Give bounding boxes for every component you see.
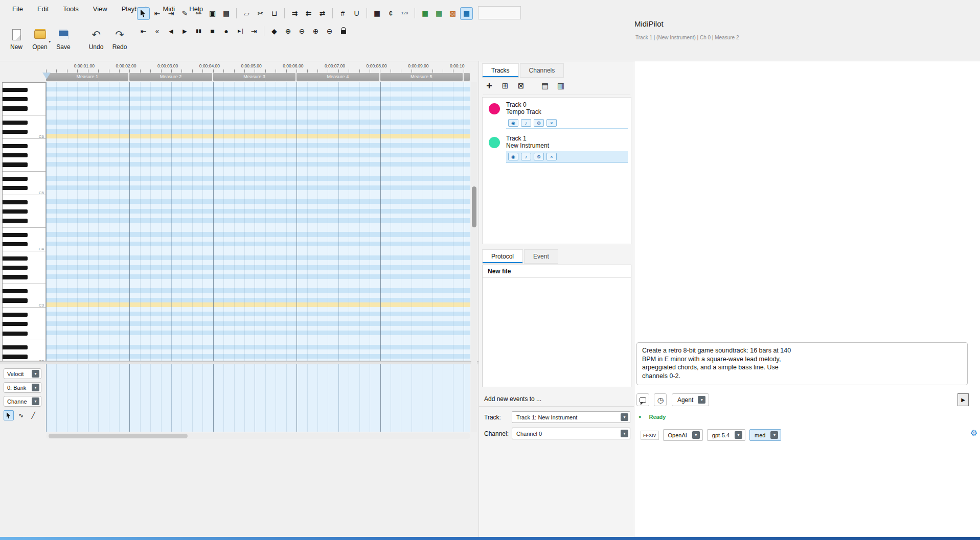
black-key[interactable] (3, 130, 28, 134)
black-key[interactable] (3, 162, 28, 167)
piano-key[interactable] (3, 336, 45, 340)
piano-key[interactable] (3, 270, 45, 275)
zoom-out-button[interactable]: ⊖ (295, 25, 308, 38)
glue-tool[interactable]: ⊔ (268, 7, 281, 20)
channel-select[interactable]: Channel 0 ▾ (512, 428, 630, 439)
piano-key[interactable] (3, 298, 45, 303)
black-key[interactable] (3, 322, 28, 326)
marker-start-tool[interactable]: ⇤ (151, 7, 164, 20)
copy-tool[interactable]: ▣ (206, 7, 219, 20)
event-list-view-button[interactable]: ▦ (419, 7, 431, 20)
piano-key[interactable] (3, 83, 45, 87)
step-forward-button[interactable]: ►| (234, 25, 246, 38)
piano-key[interactable] (3, 209, 45, 214)
black-key[interactable] (3, 177, 28, 181)
black-key[interactable] (3, 256, 28, 261)
lane-select-tool[interactable] (4, 410, 14, 420)
step-back-button[interactable]: ◄ (165, 25, 177, 38)
add-track-button[interactable]: + (483, 80, 495, 92)
add-instrument-track-button[interactable]: ⊞ (499, 80, 511, 92)
menu-tools[interactable]: Tools (56, 3, 85, 15)
menu-view[interactable]: View (86, 3, 115, 15)
piano-key[interactable] (3, 223, 45, 228)
open-dropdown-arrow-icon[interactable]: ▾ (49, 40, 51, 44)
piano-key[interactable] (3, 106, 45, 111)
delete-track-button[interactable]: × (546, 119, 557, 127)
mixer-view-button[interactable]: ▤ (432, 7, 445, 20)
note-grid[interactable] (46, 82, 470, 361)
piano-key[interactable] (3, 251, 45, 256)
piano-key[interactable] (3, 266, 45, 270)
zoom-out-v-button[interactable]: ⊖ (323, 25, 336, 38)
model-select[interactable]: gpt-5.4 ▾ (707, 429, 745, 441)
remove-track-button[interactable]: ⊠ (515, 80, 527, 92)
audible-button[interactable]: ♪ (521, 119, 531, 127)
black-key[interactable] (3, 97, 28, 101)
new-button[interactable]: New (5, 20, 28, 58)
piano-key[interactable] (3, 115, 45, 120)
h-scroll-thumb[interactable] (49, 434, 188, 438)
track-color-dot[interactable] (489, 137, 500, 148)
stretch-tool[interactable]: ⇄ (316, 7, 329, 20)
black-key[interactable] (3, 209, 28, 214)
black-key[interactable] (3, 121, 28, 125)
piano-key[interactable] (3, 195, 45, 200)
piano-key[interactable] (3, 214, 45, 219)
history-button[interactable]: ◷ (654, 393, 667, 406)
piano-key[interactable] (3, 97, 45, 102)
play-button[interactable]: ► (178, 25, 191, 38)
pencil-tool[interactable]: ✎ (178, 7, 191, 20)
zoom-in-button[interactable]: ⊕ (282, 25, 294, 38)
piano-key[interactable] (3, 279, 45, 284)
prev-marker-button[interactable]: « (151, 25, 164, 38)
piano-key[interactable] (3, 284, 45, 289)
select-tool[interactable] (137, 7, 150, 20)
piano-key[interactable] (3, 294, 45, 298)
tab-tracks[interactable]: Tracks (482, 63, 519, 78)
pause-button[interactable]: ▮▮ (192, 25, 205, 38)
instrument-list-button[interactable]: ▤ (539, 80, 551, 92)
piano-key[interactable] (3, 153, 45, 158)
measure-bar[interactable]: Measure 1Measure 2Measure 3Measure 4Meas… (46, 73, 470, 81)
provider-select[interactable]: OpenAI ▾ (663, 429, 703, 441)
piano-key[interactable] (3, 158, 45, 162)
piano-key[interactable] (3, 186, 45, 191)
black-key[interactable] (3, 275, 28, 279)
piano-key[interactable] (3, 256, 45, 261)
fill-button[interactable]: ◆ (268, 25, 281, 38)
tab-event[interactable]: Event (524, 249, 558, 264)
piano-key[interactable] (3, 139, 45, 144)
black-key[interactable] (3, 345, 28, 349)
measure-header[interactable]: Measure 5 (380, 73, 463, 81)
zoom-in-v-button[interactable]: ⊕ (309, 25, 322, 38)
align-start-tool[interactable]: ⇉ (288, 7, 301, 20)
piano-key[interactable] (3, 167, 45, 172)
piano-key[interactable] (3, 289, 45, 293)
lane-curve-tool[interactable]: ∿ (16, 410, 26, 420)
piano-key[interactable] (3, 322, 45, 326)
tab-protocol[interactable]: Protocol (482, 249, 523, 264)
tempo-tool[interactable]: 120 (398, 7, 411, 20)
track-row[interactable]: Track 1 New Instrument ◉♪⚙× (483, 131, 631, 165)
piano-key[interactable] (3, 312, 45, 317)
open-button[interactable]: Open▾ (29, 20, 51, 58)
go-start-button[interactable]: ⇤ (137, 25, 150, 38)
piano-key[interactable] (3, 228, 45, 232)
audible-button[interactable]: ♪ (521, 153, 531, 160)
piano-key[interactable] (3, 144, 45, 148)
horizontal-scrollbar[interactable] (46, 433, 470, 439)
piano-key[interactable] (3, 238, 45, 242)
piano-key[interactable] (3, 232, 45, 237)
piano-key[interactable] (3, 326, 45, 331)
menu-edit[interactable]: Edit (30, 3, 56, 15)
piano-key[interactable] (3, 200, 45, 204)
piano-key[interactable] (3, 340, 45, 345)
toolbar-input-field[interactable] (478, 6, 521, 19)
playhead-marker[interactable] (42, 73, 51, 79)
menu-file[interactable]: File (5, 3, 30, 15)
piano-key[interactable] (3, 120, 45, 125)
visible-button[interactable]: ◉ (508, 153, 518, 160)
undo-button[interactable]: ↶Undo (85, 20, 107, 58)
instrument-button[interactable]: ⚙ (534, 119, 544, 127)
chat-history-button[interactable] (636, 393, 649, 406)
